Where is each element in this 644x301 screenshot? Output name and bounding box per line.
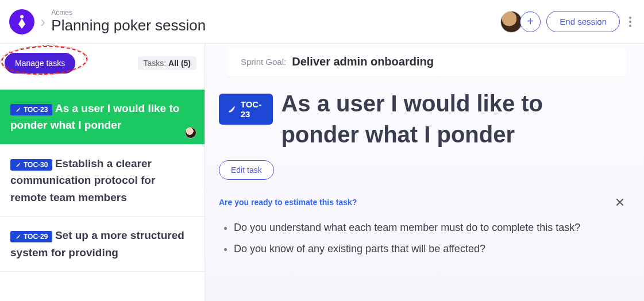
- estimate-prompt: Are you ready to estimate this task?: [219, 198, 357, 207]
- edit-task-button[interactable]: Edit task: [219, 160, 274, 180]
- sidebar: Manage tasks Tasks: All (5) TOC-23 As a …: [0, 44, 205, 301]
- task-item[interactable]: TOC-23 As a user I would like to ponder …: [0, 90, 205, 145]
- avatar[interactable]: [500, 11, 522, 33]
- task-key: TOC-23: [241, 99, 264, 119]
- logo-icon: [16, 14, 28, 30]
- task-detail: TOC-23 As a user I would like to ponder …: [219, 88, 627, 259]
- sprint-goal-value: Deliver admin onboarding: [292, 55, 434, 68]
- estimate-checklist: Do you understand what each team member …: [219, 218, 627, 259]
- end-session-button[interactable]: End session: [546, 11, 620, 32]
- task-item[interactable]: TOC-29 Set up a more structured system f…: [0, 217, 205, 272]
- plus-icon: +: [527, 15, 534, 28]
- checklist-item: Do you understand what each team member …: [234, 218, 627, 237]
- app-header: › Acmes Planning poker session + End ses…: [0, 0, 644, 44]
- main-content: Sprint Goal: Deliver admin onboarding TO…: [205, 44, 644, 301]
- avatar: [185, 127, 196, 138]
- chevron-right-icon: ›: [40, 13, 45, 31]
- task-item[interactable]: TOC-30 Establish a clearer communication…: [0, 145, 205, 217]
- sprint-goal-label: Sprint Goal:: [241, 57, 286, 67]
- app-logo[interactable]: [9, 9, 34, 34]
- rocket-icon: [15, 233, 21, 240]
- breadcrumb: Acmes Planning poker session: [51, 9, 206, 34]
- task-key: TOC-23: [24, 106, 48, 114]
- dismiss-prompt-button[interactable]: [613, 195, 627, 209]
- checklist-item: Do you know of any existing parts that w…: [234, 240, 627, 258]
- sidebar-controls: Manage tasks Tasks: All (5): [0, 44, 205, 90]
- task-key: TOC-30: [24, 161, 48, 169]
- estimate-prompt-row: Are you ready to estimate this task?: [219, 195, 627, 213]
- task-key-badge: TOC-23: [10, 104, 52, 115]
- task-key: TOC-29: [24, 233, 48, 241]
- page-title: Planning poker session: [51, 17, 206, 34]
- task-key-badge-large[interactable]: TOC-23: [219, 94, 273, 125]
- tasks-filter-prefix: Tasks:: [144, 59, 169, 68]
- close-icon: [615, 198, 624, 207]
- task-detail-title: As a user I would like to ponder what I …: [281, 88, 627, 150]
- svg-point-0: [20, 15, 24, 18]
- rocket-icon: [15, 161, 21, 168]
- more-menu-button[interactable]: [626, 13, 635, 30]
- org-name[interactable]: Acmes: [51, 9, 206, 17]
- add-participant-button[interactable]: +: [520, 11, 541, 32]
- tasks-filter-value: All (5): [168, 59, 191, 68]
- tasks-filter[interactable]: Tasks: All (5): [138, 56, 196, 70]
- task-key-badge: TOC-29: [10, 231, 52, 242]
- rocket-icon: [15, 106, 21, 113]
- sprint-goal-bar: Sprint Goal: Deliver admin onboarding: [227, 47, 627, 76]
- rocket-icon: [228, 104, 236, 114]
- task-list: TOC-23 As a user I would like to ponder …: [0, 90, 205, 301]
- task-key-badge: TOC-30: [10, 159, 52, 171]
- manage-tasks-button[interactable]: Manage tasks: [5, 53, 75, 74]
